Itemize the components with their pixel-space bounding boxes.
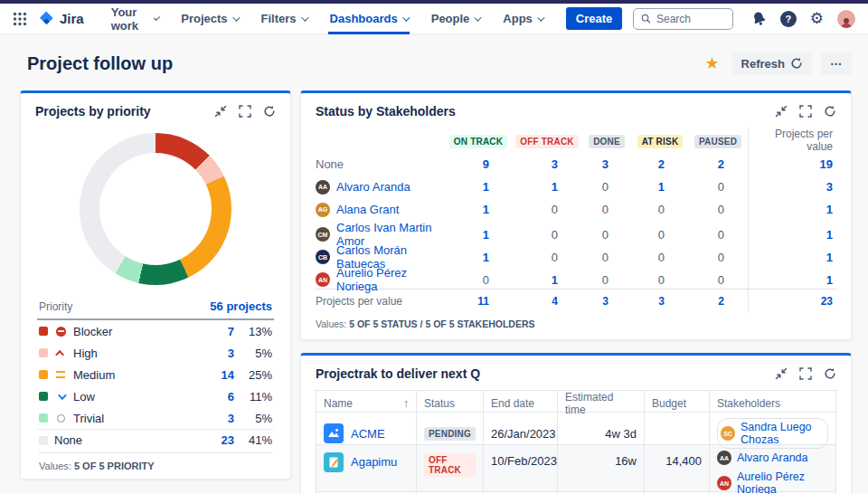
priority-donut-chart[interactable]	[80, 133, 231, 285]
refresh-button-label: Refresh	[741, 57, 785, 71]
legend-count-link[interactable]: 6	[207, 390, 234, 404]
project-link[interactable]: Agapimu	[351, 455, 397, 469]
stakeholder-link[interactable]: AA Alvaro Aranda	[316, 180, 444, 195]
count-link[interactable]: 0	[581, 228, 632, 242]
count-link[interactable]: 1	[444, 180, 513, 194]
legend-count-link[interactable]: 7	[207, 325, 234, 338]
count-link[interactable]: 0	[688, 203, 748, 216]
count-link[interactable]: 1	[444, 203, 513, 216]
expand-icon[interactable]	[799, 105, 812, 118]
stakeholder-link[interactable]: AA Alvaro Aranda	[717, 451, 808, 465]
count-link[interactable]: 0	[581, 180, 632, 194]
nav-item-projects[interactable]: Projects	[172, 4, 246, 34]
total-count-link[interactable]: 11	[444, 295, 513, 308]
donut-hole	[99, 153, 212, 265]
count-link[interactable]: 0	[513, 228, 581, 242]
page-title: Project follow up	[27, 53, 173, 74]
priority-legend: Priority 56 projects Blocker 7 13% High …	[37, 299, 274, 471]
status-row-carlos-moran-batuecas: CB Carlos Morán Batuecas 1 0 0 0 0 1	[316, 243, 836, 266]
minimize-icon[interactable]	[775, 105, 788, 118]
count-link[interactable]: 0	[688, 180, 748, 194]
help-icon[interactable]: ?	[780, 11, 797, 27]
legend-total-projects-link[interactable]: 56 projects	[210, 299, 272, 313]
stakeholder-link[interactable]: AG Alana Grant	[316, 203, 444, 217]
count-link[interactable]: 0	[581, 203, 632, 216]
refresh-button[interactable]: Refresh	[732, 52, 812, 75]
count-link[interactable]: 0	[513, 251, 581, 264]
count-link[interactable]: 0	[688, 273, 748, 287]
notifications-bell-icon[interactable]	[750, 9, 769, 28]
search-box[interactable]	[633, 8, 732, 30]
count-link[interactable]: 1	[513, 180, 581, 194]
minimize-icon[interactable]	[214, 105, 227, 118]
legend-count-link[interactable]: 23	[207, 433, 234, 447]
minimize-icon[interactable]	[775, 367, 788, 380]
total-count-link[interactable]: 3	[581, 295, 632, 308]
stakeholder-link[interactable]: AN Aurelio Pérez Noriega	[316, 266, 444, 293]
priority-trivial-icon	[54, 414, 67, 423]
count-link[interactable]: 0	[688, 251, 748, 264]
legend-row-none: None 23 41%	[37, 429, 274, 451]
sort-ascending-icon[interactable]: ↑	[403, 397, 409, 410]
project-link[interactable]: ACME	[351, 427, 385, 441]
count-link[interactable]: 1	[632, 180, 688, 194]
total-count-link[interactable]: 2	[688, 295, 748, 308]
legend-count-link[interactable]: 14	[207, 368, 234, 382]
count-link[interactable]: 9	[444, 157, 513, 171]
legend-row-blocker: Blocker 7 13%	[37, 320, 274, 342]
nav-item-apps[interactable]: Apps	[494, 4, 552, 34]
row-total-link[interactable]: 3	[748, 176, 836, 198]
expand-icon[interactable]	[239, 105, 251, 118]
count-link[interactable]: 1	[513, 273, 581, 287]
count-link[interactable]: 0	[688, 228, 748, 242]
refresh-gadget-icon[interactable]	[824, 105, 836, 118]
count-link[interactable]: 3	[513, 157, 581, 171]
create-button[interactable]: Create	[566, 7, 622, 30]
jira-logo[interactable]: Jira	[38, 10, 84, 27]
count-link[interactable]: 0	[513, 203, 581, 216]
legend-count-link[interactable]: 3	[207, 412, 234, 425]
count-link[interactable]: 1	[444, 251, 513, 264]
app-switcher-icon[interactable]	[13, 9, 27, 29]
refresh-gadget-icon[interactable]	[824, 367, 836, 380]
nav-item-your-work[interactable]: Your work	[102, 4, 167, 34]
chevron-down-icon	[232, 14, 240, 21]
legend-row-medium: Medium 14 25%	[37, 364, 274, 385]
stakeholder-link[interactable]: AN Aurelio Pérez Noriega	[717, 470, 828, 494]
expand-icon[interactable]	[799, 367, 812, 380]
nav-item-people[interactable]: People	[422, 4, 489, 34]
memo-project-icon	[324, 452, 344, 472]
priority-high-icon	[54, 350, 67, 356]
row-total-link[interactable]: 19	[748, 153, 836, 176]
count-link[interactable]: 0	[632, 203, 688, 216]
count-link[interactable]: 0	[581, 273, 632, 287]
legend-count-link[interactable]: 3	[207, 347, 234, 360]
nav-item-dashboards[interactable]: Dashboards	[321, 4, 417, 34]
row-total-link[interactable]: 1	[748, 198, 836, 221]
user-avatar[interactable]	[837, 10, 855, 28]
count-link[interactable]: 0	[581, 251, 632, 264]
count-link[interactable]: 2	[688, 157, 748, 171]
total-count-link[interactable]: 3	[632, 295, 688, 308]
estimated-time: 16w	[558, 445, 645, 494]
favorite-star-icon[interactable]: ★	[704, 53, 719, 73]
count-link[interactable]: 0	[632, 273, 688, 287]
grand-total-link[interactable]: 23	[748, 290, 836, 313]
refresh-gadget-icon[interactable]	[263, 105, 276, 118]
count-link[interactable]: 3	[581, 157, 632, 171]
nav-item-filters[interactable]: Filters	[252, 4, 316, 34]
count-link[interactable]: 1	[444, 228, 513, 242]
stakeholder-link[interactable]: SC Sandra Luego Chozas	[717, 418, 828, 449]
nav-item-label: Apps	[503, 12, 533, 25]
more-options-button[interactable]: ⋯	[821, 52, 852, 75]
budget: 14,400	[645, 445, 710, 494]
legend-percent: 5%	[234, 347, 272, 360]
search-input[interactable]	[656, 13, 725, 25]
total-count-link[interactable]: 4	[513, 295, 581, 308]
settings-gear-icon[interactable]: ⚙	[810, 11, 824, 26]
count-link[interactable]: 0	[632, 251, 688, 264]
count-link[interactable]: 0	[632, 228, 688, 242]
nav-item-label: Projects	[181, 12, 227, 25]
count-link[interactable]: 2	[632, 157, 688, 171]
count-link[interactable]: 0	[444, 273, 513, 287]
